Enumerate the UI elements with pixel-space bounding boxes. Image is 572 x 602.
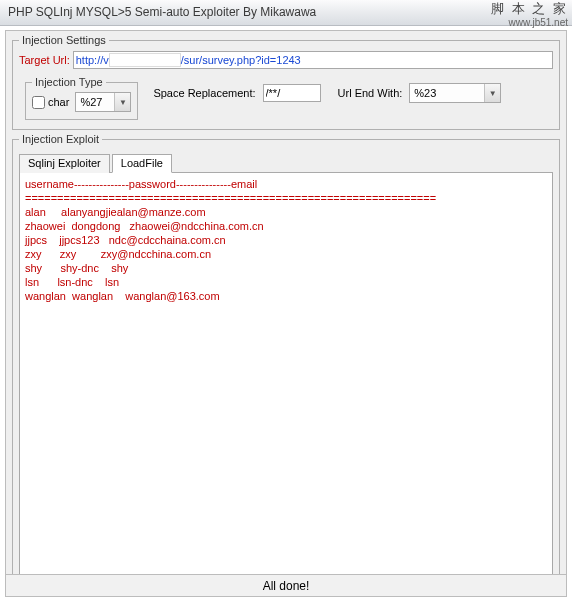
watermark-line2: www.jb51.net	[491, 16, 568, 30]
url-end-label: Url End With:	[338, 87, 403, 99]
title-bar: PHP SQLInj MYSQL>5 Semi-auto Exploiter B…	[0, 0, 572, 26]
target-url-obscured	[109, 53, 181, 67]
target-url-row: Target Url: http://v /sur/survey.php?id=…	[19, 51, 553, 69]
tab-sqlinj-exploiter[interactable]: Sqlinj Exploiter	[19, 154, 110, 173]
watermark-line1: 脚 本 之 家	[491, 2, 568, 16]
target-url-suffix: /sur/survey.php?id=1243	[181, 54, 301, 66]
space-replacement-input[interactable]	[263, 84, 321, 102]
char-dropdown[interactable]: %27 ▼	[75, 92, 131, 112]
status-text: All done!	[263, 579, 310, 593]
status-bar: All done!	[6, 574, 566, 596]
target-url-input[interactable]: http://v /sur/survey.php?id=1243	[73, 51, 553, 69]
watermark: 脚 本 之 家 www.jb51.net	[491, 2, 568, 30]
char-label: char	[48, 96, 69, 108]
exploit-tabs: Sqlinj Exploiter LoadFile	[19, 153, 553, 173]
injection-exploit-group: Injection Exploit Sqlinj Exploiter LoadF…	[12, 133, 560, 590]
chevron-down-icon: ▼	[484, 84, 500, 102]
char-checkbox[interactable]	[32, 96, 45, 109]
char-dropdown-value: %27	[76, 96, 114, 108]
window-title: PHP SQLInj MYSQL>5 Semi-auto Exploiter B…	[8, 5, 316, 19]
space-replacement-label: Space Replacement:	[153, 87, 255, 99]
url-end-value: %23	[410, 87, 484, 99]
chevron-down-icon: ▼	[114, 93, 130, 111]
tab-loadfile[interactable]: LoadFile	[112, 154, 172, 173]
client-area: Injection Settings Target Url: http://v …	[5, 30, 567, 597]
injection-type-legend: Injection Type	[32, 76, 106, 88]
url-end-dropdown[interactable]: %23 ▼	[409, 83, 501, 103]
injection-exploit-legend: Injection Exploit	[19, 133, 102, 145]
target-url-label: Target Url:	[19, 54, 70, 66]
injection-type-group: Injection Type char %27 ▼	[25, 76, 138, 120]
output-textarea[interactable]: username---------------password---------…	[19, 173, 553, 581]
injection-settings-legend: Injection Settings	[19, 34, 109, 46]
injection-settings-group: Injection Settings Target Url: http://v …	[12, 34, 560, 130]
target-url-prefix: http://v	[76, 54, 109, 66]
